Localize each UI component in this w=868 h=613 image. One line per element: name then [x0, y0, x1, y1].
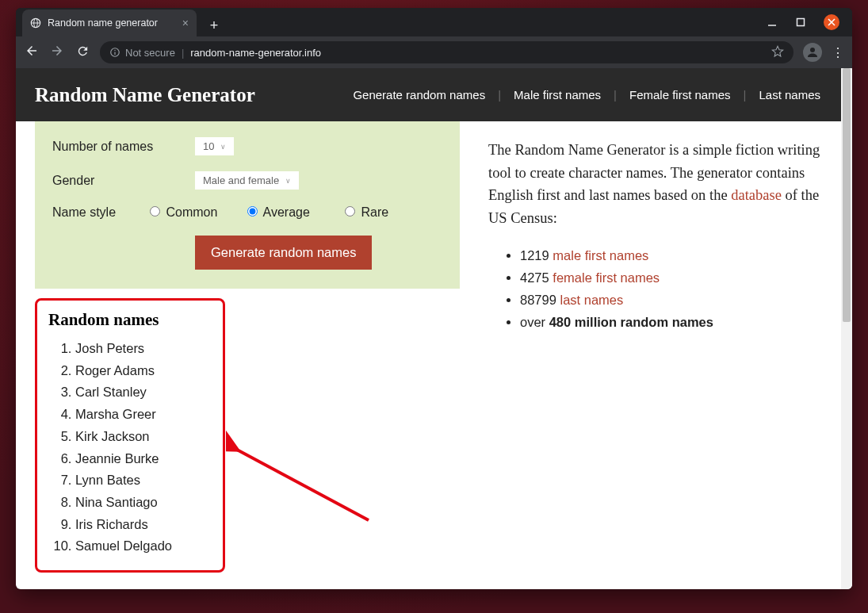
female-first-names-link[interactable]: female first names [553, 270, 660, 285]
stats-list: 1219 male first names 4275 female first … [488, 244, 824, 333]
back-button[interactable] [24, 44, 40, 61]
stat-total: over 480 million random names [520, 311, 824, 333]
svg-rect-4 [797, 19, 805, 26]
list-item: Samuel Delgado [75, 535, 212, 557]
bookmark-star-icon[interactable] [771, 45, 784, 60]
info-icon [109, 47, 120, 58]
list-item: Carl Stanley [75, 381, 212, 404]
gender-label: Gender [52, 174, 195, 188]
list-item: Jeannie Burke [75, 448, 212, 470]
results-heading: Random names [48, 310, 212, 330]
last-names-link[interactable]: last names [560, 293, 623, 307]
gender-select[interactable]: Male and female ∨ [195, 171, 299, 190]
maximize-icon[interactable] [795, 17, 806, 28]
site-header: Random Name Generator Generate random na… [16, 68, 852, 121]
database-link[interactable]: database [731, 187, 782, 203]
desktop-background: Random name generator × + [0, 0, 868, 613]
stat-last: 88799 last names [520, 289, 824, 311]
radio-common[interactable]: Common [150, 205, 239, 220]
generator-form: Number of names 10 ∨ Gender Male and fem… [35, 121, 460, 289]
vertical-scrollbar[interactable] [841, 68, 852, 589]
list-item: Lynn Bates [75, 469, 212, 492]
globe-icon [30, 17, 41, 29]
window-controls [767, 8, 852, 36]
profile-avatar[interactable] [803, 43, 822, 62]
omnibox-divider: | [182, 47, 184, 59]
security-status[interactable]: Not secure [109, 47, 175, 59]
browser-toolbar: Not secure | random-name-generator.info … [16, 36, 852, 68]
minimize-icon[interactable] [767, 17, 778, 28]
radio-average[interactable]: Average [247, 205, 337, 220]
list-item: Marsha Greer [75, 404, 212, 426]
list-item: Roger Adams [75, 360, 212, 382]
tab-strip: Random name generator × + [16, 8, 852, 36]
address-bar[interactable]: Not secure | random-name-generator.info [100, 41, 793, 63]
results-panel: Random names Josh PetersRoger AdamsCarl … [35, 298, 225, 573]
list-item: Nina Santiago [75, 492, 212, 514]
tab-title: Random name generator [48, 17, 158, 29]
overflow-menu-icon[interactable]: ⋮ [832, 45, 844, 60]
number-of-names-label: Number of names [52, 140, 195, 154]
stat-male: 1219 male first names [520, 244, 824, 266]
window-close-icon[interactable] [824, 14, 839, 30]
nav-male[interactable]: Male first names [501, 88, 614, 102]
left-column: Number of names 10 ∨ Gender Male and fem… [16, 121, 460, 573]
chevron-down-icon: ∨ [285, 177, 291, 185]
forward-button[interactable] [49, 44, 65, 61]
tab-close-icon[interactable]: × [182, 17, 189, 29]
page-content: Number of names 10 ∨ Gender Male and fem… [16, 121, 852, 573]
svg-point-10 [810, 48, 815, 52]
intro-paragraph: The Random Name Generator is a simple fi… [488, 139, 824, 230]
number-of-names-select[interactable]: 10 ∨ [195, 137, 234, 155]
site-title: Random Name Generator [35, 84, 255, 106]
new-tab-button[interactable]: + [203, 14, 225, 36]
right-column: The Random Name Generator is a simple fi… [460, 121, 852, 573]
male-first-names-link[interactable]: male first names [553, 248, 648, 262]
generate-button[interactable]: Generate random names [195, 236, 372, 270]
not-secure-label: Not secure [125, 47, 175, 59]
browser-window: Random name generator × + [16, 8, 852, 589]
nav-female[interactable]: Female first names [617, 88, 744, 102]
nav-last[interactable]: Last names [746, 88, 833, 102]
list-item: Kirk Jackson [75, 426, 212, 448]
nav-generate[interactable]: Generate random names [340, 88, 498, 102]
list-item: Iris Richards [75, 514, 212, 536]
chevron-down-icon: ∨ [220, 143, 226, 151]
radio-rare[interactable]: Rare [345, 205, 434, 220]
list-item: Josh Peters [75, 338, 212, 360]
stat-female: 4275 female first names [520, 266, 824, 289]
name-style-label: Name style [52, 205, 142, 220]
reload-button[interactable] [75, 44, 90, 61]
page-viewport: Random Name Generator Generate random na… [16, 68, 852, 589]
svg-point-9 [114, 50, 115, 51]
names-list: Josh PetersRoger AdamsCarl StanleyMarsha… [48, 338, 212, 557]
browser-tab[interactable]: Random name generator × [22, 10, 197, 36]
scrollbar-thumb[interactable] [843, 68, 851, 322]
url-text: random-name-generator.info [190, 47, 321, 59]
site-nav: Generate random names | Male first names… [340, 88, 833, 102]
